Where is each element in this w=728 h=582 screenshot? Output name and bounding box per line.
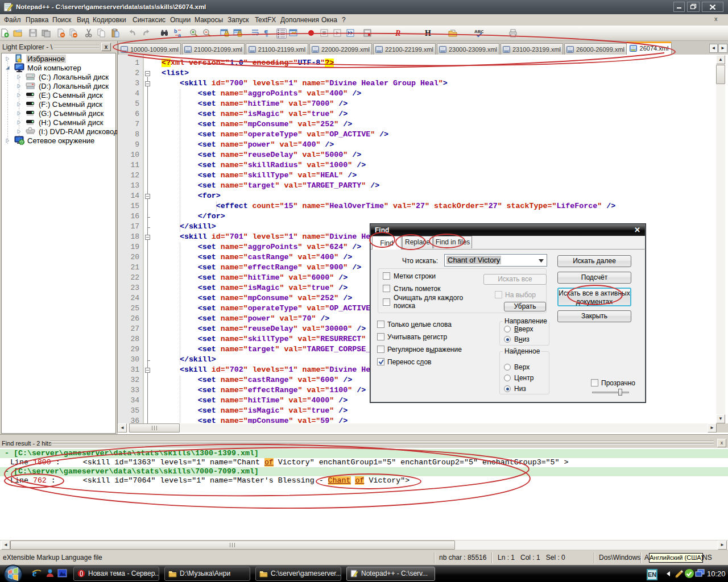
svg-text:R: R	[395, 29, 400, 38]
svg-text:¶: ¶	[264, 29, 268, 38]
svg-text:H: H	[425, 29, 431, 38]
svg-text:b: b	[174, 28, 177, 34]
svg-text:e: e	[32, 568, 37, 579]
